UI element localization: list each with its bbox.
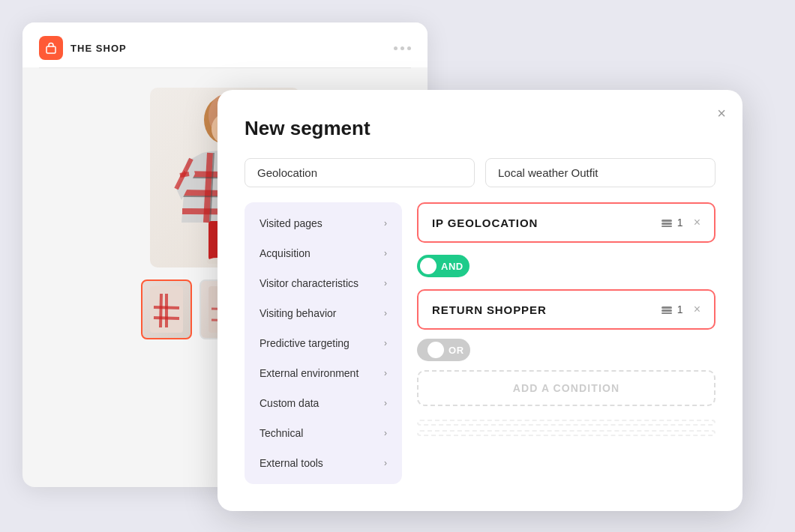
- modal-close-button[interactable]: ×: [717, 105, 726, 122]
- outfit-input[interactable]: [485, 158, 716, 187]
- chevron-icon-acquisition: ›: [384, 248, 387, 259]
- condition-item-external-tools[interactable]: External tools ›: [248, 448, 399, 478]
- svg-rect-0: [46, 46, 56, 53]
- condition-count-return: 1: [660, 303, 683, 316]
- modal-body: Visited pages › Acquisition › Visitor ch…: [244, 202, 716, 484]
- shop-logo-icon: [39, 36, 63, 60]
- chevron-icon-visitor: ›: [384, 278, 387, 288]
- thumbnail-1[interactable]: [141, 279, 192, 339]
- segment-modal: × New segment Visited pages › Acquisitio…: [218, 90, 742, 511]
- conditions-right: IP GEOLOCATION 1 ×: [417, 202, 716, 484]
- condition-item-technical[interactable]: Technical ›: [248, 418, 399, 448]
- condition-item-custom-data[interactable]: Custom data ›: [248, 388, 399, 418]
- condition-count-geolocation: 1: [660, 216, 683, 229]
- geolocation-input[interactable]: [244, 158, 475, 187]
- chevron-icon-visiting: ›: [384, 308, 387, 318]
- modal-inputs: [244, 158, 716, 187]
- condition-card-right-geolocation: 1 ×: [660, 216, 700, 229]
- modal-title: New segment: [244, 117, 716, 140]
- svg-rect-40: [662, 223, 672, 225]
- condition-card-geolocation: IP GEOLOCATION 1 ×: [417, 202, 716, 243]
- svg-line-17: [180, 174, 189, 175]
- and-toggle[interactable]: AND: [417, 255, 470, 277]
- layers-icon-return: [660, 303, 674, 316]
- shop-dots: [394, 46, 411, 50]
- or-toggle[interactable]: OR: [417, 339, 470, 361]
- condition-item-visiting-behavior[interactable]: Visiting behavior ›: [248, 298, 399, 328]
- shop-title: THE SHOP: [70, 43, 127, 54]
- condition-item-acquisition[interactable]: Acquisition ›: [248, 238, 399, 268]
- or-toggle-label: OR: [448, 345, 464, 356]
- dashed-line-2: [417, 430, 716, 436]
- condition-remove-return[interactable]: ×: [694, 303, 700, 316]
- condition-label-return-shopper: RETURN SHOPPER: [432, 303, 547, 316]
- condition-list: Visited pages › Acquisition › Visitor ch…: [244, 202, 402, 484]
- dashed-lines-decor: [417, 420, 716, 436]
- svg-rect-39: [662, 220, 672, 222]
- chevron-icon-external-env: ›: [384, 368, 387, 378]
- or-toggle-knob: [428, 342, 444, 358]
- chevron-icon-external-tools: ›: [384, 458, 387, 468]
- condition-card-right-return: 1 ×: [660, 303, 700, 316]
- chevron-icon-technical: ›: [384, 428, 387, 438]
- condition-item-predictive-targeting[interactable]: Predictive targeting ›: [248, 328, 399, 358]
- or-toggle-row: OR: [417, 339, 716, 361]
- layers-icon-geolocation: [660, 216, 674, 229]
- condition-remove-geolocation[interactable]: ×: [694, 216, 700, 229]
- chevron-icon-predictive: ›: [384, 338, 387, 348]
- add-condition-button[interactable]: ADD A CONDITION: [417, 370, 716, 406]
- dashed-line-1: [417, 420, 716, 426]
- chevron-icon-custom: ›: [384, 398, 387, 408]
- condition-item-external-environment[interactable]: External environment ›: [248, 358, 399, 388]
- and-toggle-knob: [420, 258, 436, 274]
- svg-rect-42: [662, 306, 672, 309]
- svg-rect-43: [662, 309, 672, 312]
- condition-item-visitor-characteristics[interactable]: Visitor characteristics ›: [248, 268, 399, 298]
- chevron-icon-visited: ›: [384, 218, 387, 229]
- and-toggle-row: AND: [417, 252, 716, 280]
- and-toggle-label: AND: [441, 261, 464, 272]
- svg-line-28: [154, 318, 179, 318]
- condition-label-geolocation: IP GEOLOCATION: [432, 217, 538, 229]
- svg-rect-44: [662, 312, 672, 314]
- shop-header: THE SHOP: [22, 22, 428, 67]
- svg-line-27: [154, 307, 179, 308]
- svg-rect-41: [662, 226, 672, 227]
- svg-line-25: [160, 294, 161, 327]
- condition-item-visited-pages[interactable]: Visited pages ›: [248, 208, 399, 238]
- condition-card-return-shopper: RETURN SHOPPER 1 ×: [417, 289, 716, 330]
